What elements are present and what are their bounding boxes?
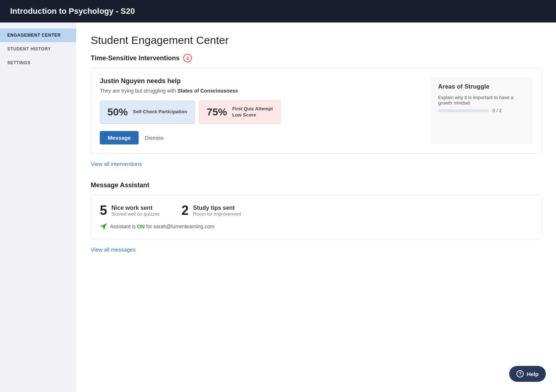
view-all-messages-link[interactable]: View all messages [91, 246, 136, 253]
stat-blue-percent: 50% [107, 106, 128, 118]
app-title: Introduction to Psychology - S20 [10, 7, 135, 16]
view-all-interventions-link[interactable]: View all interventions [91, 161, 142, 167]
nice-work-sub: Scored well on quizzes [111, 211, 160, 217]
progress-row: 0 / 2 [438, 108, 525, 113]
study-tips-text: Study tips sent Room for improvement [193, 204, 241, 217]
stat-quiz-attempt: 75% First Quiz Attempt Low Score [199, 101, 281, 124]
intervention-left: Justin Nguyen needs help They are trying… [100, 77, 416, 144]
student-name: Justin Nguyen needs help [100, 77, 416, 85]
plane-icon [100, 223, 107, 230]
help-button[interactable]: ? Help [509, 366, 546, 382]
stat-pink-percent: 75% [207, 106, 227, 118]
help-icon: ? [516, 370, 524, 377]
nice-work-count: 5 [100, 204, 107, 217]
app-header: Introduction to Psychology - S20 [0, 0, 556, 23]
assistant-on-badge: ON [137, 224, 145, 229]
sidebar-item-engagement-center[interactable]: ENGAGEMENT CENTER [0, 28, 76, 42]
page-title: Student Engagement Center [91, 34, 541, 46]
stat-self-check: 50% Self-Check Participation [100, 101, 195, 124]
interventions-section-title: Time-Sensitive Interventions 3 [91, 54, 541, 62]
message-stats-row: 5 Nice work sent Scored well on quizzes … [100, 204, 532, 217]
message-assistant-title: Message Assistant [91, 181, 541, 189]
main-content: Student Engagement Center Time-Sensitive… [76, 23, 556, 392]
struggle-topic: States of Consciousness [177, 88, 238, 94]
stats-row: 50% Self-Check Participation 75% First Q… [100, 101, 416, 124]
stat-blue-label: Self-Check Participation [133, 109, 187, 115]
sidebar-item-student-history[interactable]: STUDENT HISTORY [0, 42, 76, 56]
area-item-label: Explain why it is important to have a gr… [438, 95, 525, 106]
message-assistant-section: Message Assistant 5 Nice work sent Score… [91, 181, 541, 264]
message-button[interactable]: Message [100, 131, 139, 144]
dismiss-button[interactable]: Dismiss [144, 135, 164, 141]
study-tips-count: 2 [181, 204, 189, 217]
message-assistant-card: 5 Nice work sent Scored well on quizzes … [91, 195, 541, 239]
action-row: Message Dismiss [100, 131, 416, 144]
progress-bar-bg [438, 109, 489, 112]
study-tips-title: Study tips sent [193, 205, 241, 211]
sidebar-item-settings[interactable]: SETTINGS [0, 56, 76, 70]
progress-text: 0 / 2 [492, 108, 502, 113]
study-tips-sub: Room for improvement [193, 211, 241, 217]
intervention-card: Justin Nguyen needs help They are trying… [91, 68, 541, 154]
nice-work-text: Nice work sent Scored well on quizzes [111, 204, 160, 217]
study-tips-stat: 2 Study tips sent Room for improvement [181, 204, 241, 217]
nice-work-stat: 5 Nice work sent Scored well on quizzes [100, 204, 160, 217]
assistant-status-row: Assistant is ON for sarah@lumenlearning.… [100, 223, 532, 230]
nice-work-title: Nice work sent [111, 205, 160, 211]
stat-pink-label: First Quiz Attempt Low Score [232, 106, 273, 118]
student-description: They are trying but struggling with Stat… [100, 87, 416, 95]
help-label: Help [527, 371, 539, 377]
interventions-badge: 3 [183, 54, 192, 62]
interventions-section: Time-Sensitive Interventions 3 Justin Ng… [91, 54, 541, 179]
areas-of-struggle: Areas of Struggle Explain why it is impo… [431, 77, 532, 144]
areas-title: Areas of Struggle [438, 83, 525, 90]
sidebar: ENGAGEMENT CENTER STUDENT HISTORY SETTIN… [0, 23, 76, 392]
